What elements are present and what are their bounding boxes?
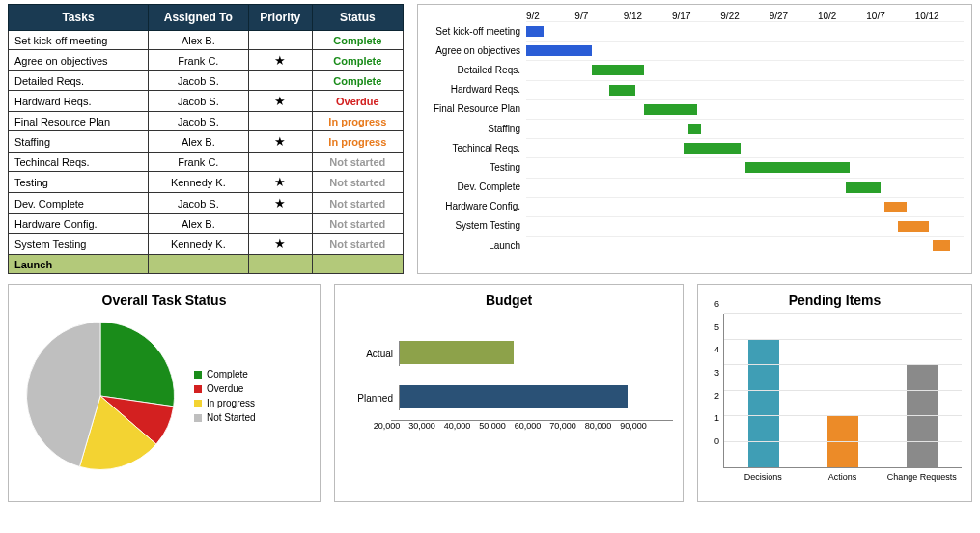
gantt-bar — [745, 162, 851, 173]
gantt-label: System Testing — [422, 220, 526, 231]
budget-label: Actual — [352, 349, 399, 359]
table-row[interactable]: Dev. CompleteJacob S.★Not started — [9, 193, 404, 214]
gantt-label: Launch — [422, 240, 526, 251]
priority-cell — [248, 71, 312, 91]
budget-axis-tick: 60,000 — [515, 421, 550, 431]
assigned-cell: Alex B. — [148, 131, 248, 153]
table-row[interactable]: Detailed Reqs.Jacob S.Complete — [9, 71, 404, 91]
assigned-cell: Jacob S. — [148, 112, 248, 131]
gantt-track — [526, 197, 964, 216]
task-name-cell: Dev. Complete — [9, 193, 149, 214]
gantt-bar — [846, 182, 881, 193]
gantt-label: Techincal Reqs. — [422, 143, 526, 154]
pending-ytick: 0 — [714, 436, 719, 446]
gantt-track — [526, 178, 964, 197]
pending-xlabel: Decisions — [723, 472, 802, 482]
budget-axis-tick: 70,000 — [549, 421, 585, 431]
table-row[interactable]: Agree on objectivesFrank C.★Complete — [9, 50, 404, 71]
gantt-row: Launch — [422, 236, 964, 255]
gantt-label: Testing — [422, 162, 526, 173]
budget-row: Planned — [352, 376, 665, 420]
legend-label: Overdue — [207, 383, 243, 394]
gantt-track — [526, 119, 964, 138]
gantt-axis-tick: 9/27 — [770, 11, 818, 21]
table-row[interactable]: System TestingKennedy K.★Not started — [9, 234, 404, 255]
gantt-label: Detailed Reqs. — [422, 65, 526, 75]
status-cell: Not started — [312, 172, 403, 193]
pending-ytick: 3 — [714, 368, 719, 378]
gantt-row: Hardware Config. — [422, 197, 964, 216]
grid-line — [724, 313, 962, 314]
priority-cell — [248, 112, 312, 131]
gantt-bar — [526, 45, 592, 56]
pending-ytick: 2 — [714, 391, 719, 401]
launch-cell — [148, 255, 248, 274]
budget-axis-tick: 30,000 — [408, 421, 444, 431]
pending-ytick: 1 — [714, 413, 719, 423]
budget-row: Actual — [352, 331, 665, 376]
pending-items-chart: Pending Items 0123456 DecisionsActionsCh… — [697, 284, 972, 502]
assigned-cell: Frank C. — [148, 50, 248, 71]
gantt-row: Staffing — [422, 119, 964, 138]
gantt-track — [526, 60, 964, 79]
gantt-axis-tick: 9/17 — [672, 11, 720, 21]
gantt-axis-tick: 10/2 — [818, 11, 866, 21]
status-cell: Overdue — [312, 91, 403, 112]
task-name-cell: Hardware Config. — [9, 214, 149, 234]
table-row[interactable]: StaffingAlex B.★In progress — [9, 131, 404, 153]
gantt-bar — [526, 26, 544, 37]
table-row[interactable]: Techincal Reqs.Frank C.Not started — [9, 153, 404, 172]
gantt-track — [526, 21, 964, 41]
grid-line — [724, 339, 962, 340]
gantt-row: System Testing — [422, 216, 964, 236]
budget-axis-tick: 40,000 — [444, 421, 480, 431]
legend-item: Complete — [194, 369, 256, 379]
task-name-cell: Detailed Reqs. — [9, 71, 149, 91]
gantt-label: Agree on objectives — [422, 45, 526, 56]
pie-slice — [100, 323, 174, 407]
priority-cell: ★ — [248, 91, 312, 112]
gantt-track — [526, 41, 964, 60]
gantt-label: Hardward Reqs. — [422, 84, 526, 95]
status-cell: Not started — [312, 153, 403, 172]
priority-cell — [248, 214, 312, 234]
gantt-row: Detailed Reqs. — [422, 60, 964, 79]
gantt-bar — [933, 240, 950, 251]
tasks-table: TasksAssigned ToPriorityStatus Set kick-… — [8, 4, 404, 274]
table-row[interactable]: Hardward Reqs.Jacob S.★Overdue — [9, 91, 404, 112]
table-row[interactable]: TestingKennedy K.★Not started — [9, 172, 404, 193]
gantt-bar — [644, 104, 696, 115]
table-header: Assigned To — [148, 5, 248, 31]
table-row[interactable]: Hardware Config.Alex B.Not started — [9, 214, 404, 234]
legend-swatch — [194, 400, 202, 407]
table-row[interactable]: Final Resource PlanJacob S.In progress — [9, 112, 404, 131]
pending-ytick: 6 — [714, 299, 719, 309]
grid-line — [724, 441, 962, 442]
budget-bar — [400, 341, 514, 364]
gantt-track — [526, 157, 964, 177]
table-header: Status — [312, 5, 403, 31]
status-cell: Complete — [312, 71, 403, 91]
pending-bar — [748, 340, 779, 468]
gantt-label: Final Resource Plan — [422, 103, 526, 114]
assigned-cell: Jacob S. — [148, 193, 248, 214]
table-row[interactable]: Set kick-off meetingAlex B.Complete — [9, 31, 404, 50]
legend-label: In progress — [207, 398, 255, 408]
pie-legend: CompleteOverdueIn progressNot Started — [194, 365, 256, 427]
gantt-bar — [884, 202, 907, 212]
gantt-track — [526, 99, 964, 119]
priority-cell — [248, 31, 312, 50]
status-cell: Not started — [312, 214, 403, 234]
gantt-bar — [684, 143, 741, 154]
pending-ytick: 4 — [714, 345, 719, 354]
task-name-cell: Techincal Reqs. — [9, 153, 149, 172]
gantt-axis-tick: 10/12 — [915, 11, 964, 21]
gantt-row: Hardward Reqs. — [422, 80, 964, 99]
task-name-cell: Set kick-off meeting — [9, 31, 149, 50]
legend-swatch — [194, 385, 202, 393]
gantt-axis-tick: 9/22 — [720, 11, 769, 21]
gantt-axis-tick: 9/7 — [574, 11, 623, 21]
pending-bar — [907, 365, 938, 467]
status-cell: Not started — [312, 234, 403, 255]
launch-row[interactable]: Launch — [9, 255, 404, 274]
